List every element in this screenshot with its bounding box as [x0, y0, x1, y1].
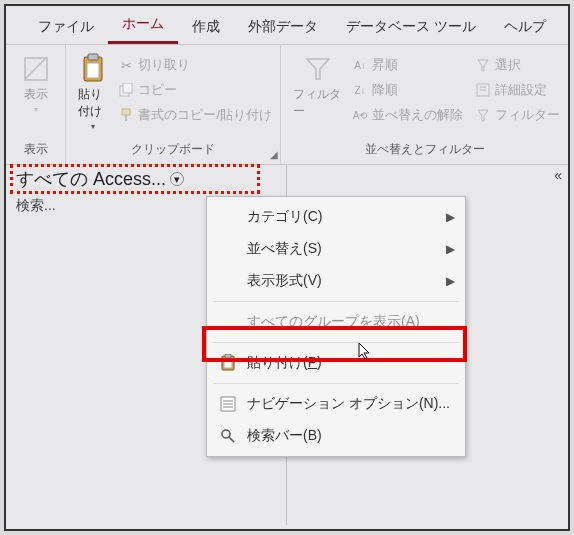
svg-rect-14 [224, 359, 232, 368]
menu-category-label: カテゴリ(C) [247, 208, 322, 226]
view-button-label: 表示 [24, 86, 48, 103]
sort-desc-icon: Z↓ [352, 82, 368, 98]
svg-rect-13 [225, 354, 231, 358]
clear-sort-button[interactable]: A⟲ 並べ替えの解除 [352, 105, 463, 125]
menu-nav-options[interactable]: ナビゲーション オプション(N)... [207, 388, 465, 420]
paste-button[interactable]: 貼り付け ▾ [74, 51, 112, 134]
menu-show-all-groups-label: すべてのグループを表示(A) [247, 313, 420, 331]
brush-icon [118, 107, 134, 123]
cut-button[interactable]: ✂ 切り取り [118, 55, 272, 75]
funnel-icon [303, 54, 333, 84]
svg-line-20 [229, 437, 234, 442]
svg-line-1 [25, 58, 46, 79]
clear-sort-icon: A⟲ [352, 107, 368, 123]
advanced-filter-label: 詳細設定 [495, 81, 547, 99]
svg-rect-3 [88, 54, 98, 60]
cursor-icon [358, 342, 372, 360]
menu-separator [213, 342, 459, 343]
group-clipboard-label: クリップボード [74, 139, 272, 162]
group-sort-filter-label: 並べ替えとフィルター [289, 139, 560, 162]
context-menu: カテゴリ(C) ▶ 並べ替え(S) ▶ 表示形式(V) ▶ すべてのグループを表… [206, 196, 466, 457]
blank-icon [219, 208, 237, 226]
clear-sort-label: 並べ替えの解除 [372, 106, 463, 124]
svg-rect-8 [125, 115, 127, 121]
copy-icon [118, 82, 134, 98]
menu-display[interactable]: 表示形式(V) ▶ [207, 265, 465, 297]
blank-icon [219, 240, 237, 258]
menu-search-bar[interactable]: 検索バー(B) [207, 420, 465, 452]
search-icon [219, 427, 237, 445]
menu-show-all-groups: すべてのグループを表示(A) [207, 306, 465, 338]
blank-icon [219, 313, 237, 331]
advanced-filter-button[interactable]: 詳細設定 [475, 80, 560, 100]
menu-sort[interactable]: 並べ替え(S) ▶ [207, 233, 465, 265]
tab-home[interactable]: ホーム [108, 7, 178, 44]
menu-separator [213, 383, 459, 384]
blank-icon [219, 272, 237, 290]
tab-create[interactable]: 作成 [178, 10, 234, 44]
view-icon [21, 54, 51, 84]
selection-filter-label: 選択 [495, 56, 521, 74]
format-painter-label: 書式のコピー/貼り付け [138, 106, 272, 124]
sort-asc-label: 昇順 [372, 56, 398, 74]
tab-external-data[interactable]: 外部データ [234, 10, 332, 44]
tab-file[interactable]: ファイル [24, 10, 108, 44]
cut-label: 切り取り [138, 56, 190, 74]
toggle-filter-button[interactable]: フィルター [475, 105, 560, 125]
menu-separator [213, 301, 459, 302]
ribbon-tabs: ファイル ホーム 作成 外部データ データベース ツール ヘルプ [6, 6, 568, 44]
sort-asc-icon: A↓ [352, 57, 368, 73]
submenu-arrow-icon: ▶ [446, 242, 455, 256]
selection-icon [475, 57, 491, 73]
ribbon: 表示 ▾ 表示 貼り付け ▾ ✂ 切り取り [6, 45, 568, 165]
copy-label: コピー [138, 81, 177, 99]
submenu-arrow-icon: ▶ [446, 274, 455, 288]
group-sort-filter: フィルター A↓ 昇順 Z↓ 降順 A⟲ 並べ替えの解除 [281, 45, 568, 164]
advanced-icon [475, 82, 491, 98]
tab-help[interactable]: ヘルプ [490, 10, 560, 44]
svg-rect-7 [122, 109, 130, 115]
group-clipboard: 貼り付け ▾ ✂ 切り取り コピー [66, 45, 281, 164]
menu-paste-label: 貼り付け(P) [247, 354, 322, 372]
nav-options-icon [219, 395, 237, 413]
dropdown-arrow-icon: ▾ [91, 122, 95, 131]
copy-button[interactable]: コピー [118, 80, 272, 100]
svg-rect-4 [87, 63, 99, 78]
menu-sort-label: 並べ替え(S) [247, 240, 322, 258]
navpane-header[interactable]: すべての Access... ▾ « [6, 165, 568, 193]
svg-rect-6 [123, 83, 132, 93]
filter-button[interactable]: フィルター [289, 51, 346, 123]
sort-desc-button[interactable]: Z↓ 降順 [352, 80, 463, 100]
funnel-small-icon [475, 107, 491, 123]
group-view: 表示 ▾ 表示 [6, 45, 66, 164]
submenu-arrow-icon: ▶ [446, 210, 455, 224]
tab-db-tools[interactable]: データベース ツール [332, 10, 490, 44]
svg-point-19 [222, 430, 230, 438]
group-view-label: 表示 [14, 139, 57, 162]
selection-filter-button[interactable]: 選択 [475, 55, 560, 75]
navpane-dropdown-icon[interactable]: ▾ [170, 172, 184, 186]
menu-nav-options-label: ナビゲーション オプション(N)... [247, 395, 450, 413]
sort-asc-button[interactable]: A↓ 昇順 [352, 55, 463, 75]
navpane-title: すべての Access... [16, 167, 166, 191]
dialog-launcher-icon[interactable]: ◢ [270, 149, 278, 160]
menu-paste[interactable]: 貼り付け(P) [207, 347, 465, 379]
menu-category[interactable]: カテゴリ(C) ▶ [207, 201, 465, 233]
paste-button-label: 貼り付け [78, 86, 108, 120]
sort-desc-label: 降順 [372, 81, 398, 99]
view-button[interactable]: 表示 ▾ [17, 51, 55, 117]
filter-button-label: フィルター [293, 86, 342, 120]
toggle-filter-label: フィルター [495, 106, 560, 124]
format-painter-button[interactable]: 書式のコピー/貼り付け [118, 105, 272, 125]
menu-search-bar-label: 検索バー(B) [247, 427, 322, 445]
scissors-icon: ✂ [118, 57, 134, 73]
dropdown-arrow-icon: ▾ [34, 105, 38, 114]
clipboard-small-icon [219, 354, 237, 372]
navpane-collapse-icon[interactable]: « [554, 167, 562, 183]
clipboard-icon [78, 54, 108, 84]
menu-display-label: 表示形式(V) [247, 272, 322, 290]
